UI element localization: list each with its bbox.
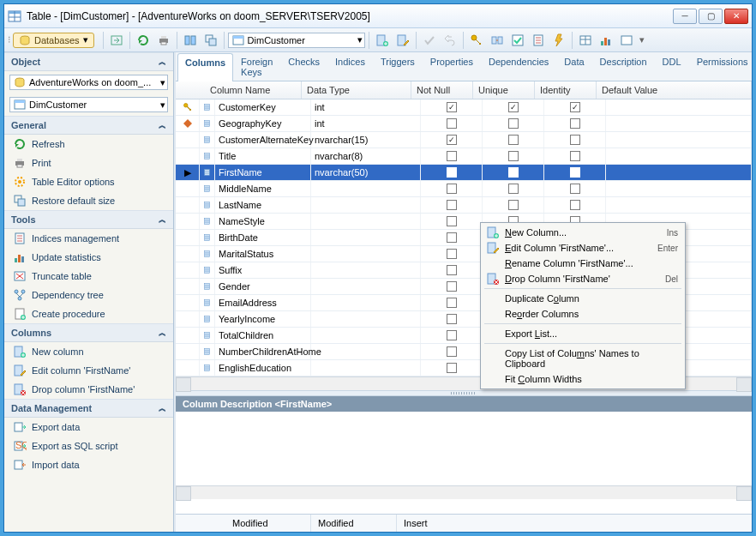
sidebar-item-stats[interactable]: Update statistics bbox=[4, 248, 173, 267]
sidebar-item-print[interactable]: Print bbox=[4, 154, 173, 172]
refresh-button[interactable] bbox=[134, 31, 153, 50]
sidebar-item-restore[interactable]: Restore default size bbox=[4, 191, 173, 210]
menu-item[interactable]: Drop Column 'FirstName'Del bbox=[483, 271, 683, 286]
edit-col-button[interactable] bbox=[393, 31, 412, 50]
table-row[interactable]: CustomerAlternateKeynvarchar(15)✓ bbox=[176, 132, 752, 148]
svg-point-35 bbox=[18, 180, 21, 184]
sidebar-item-indices[interactable]: Indices management bbox=[4, 229, 173, 248]
tab-dependencies[interactable]: Dependencies bbox=[481, 52, 556, 81]
svg-rect-41 bbox=[21, 256, 24, 262]
sidebar-item-proc[interactable]: Create procedure bbox=[4, 304, 173, 323]
menu-item[interactable]: Duplicate Column bbox=[483, 291, 683, 306]
svg-rect-53 bbox=[15, 423, 22, 431]
undo-button[interactable] bbox=[441, 31, 459, 50]
trigger-button[interactable] bbox=[549, 31, 568, 50]
menu-item[interactable]: New Column...Ins bbox=[483, 225, 683, 240]
more-button[interactable] bbox=[617, 31, 636, 50]
maximize-button[interactable]: ▢ bbox=[699, 9, 723, 24]
close-button[interactable]: ✕ bbox=[724, 9, 748, 24]
menu-item[interactable]: Edit Column 'FirstName'...Enter bbox=[483, 240, 683, 256]
context-menu: New Column...InsEdit Column 'FirstName'.… bbox=[480, 222, 686, 389]
sidebar-item-export-sql[interactable]: SQLExport as SQL script bbox=[4, 437, 173, 455]
window-title: Table - [DimCustomer] - [AdventureWorks … bbox=[27, 10, 673, 22]
sidebar-item-truncate[interactable]: Truncate table bbox=[4, 267, 173, 286]
commit-button[interactable] bbox=[420, 31, 439, 50]
tab-ddl[interactable]: DDL bbox=[655, 52, 689, 81]
app-window: Table - [DimCustomer] - [AdventureWorks … bbox=[3, 3, 753, 533]
check-button[interactable] bbox=[508, 31, 527, 50]
table-combo[interactable]: DimCustomer▾ bbox=[9, 97, 168, 112]
tab-triggers[interactable]: Triggers bbox=[373, 52, 423, 81]
h-scrollbar-desc[interactable] bbox=[176, 485, 752, 499]
chevron-down-icon[interactable]: ▾ bbox=[638, 34, 646, 45]
table-row[interactable]: ▶FirstNamenvarchar(50) bbox=[176, 165, 752, 181]
description-body[interactable] bbox=[176, 412, 752, 485]
splitter[interactable] bbox=[176, 390, 752, 396]
edit-col-icon bbox=[486, 241, 500, 255]
menu-item[interactable]: Rename Column 'FirstName'... bbox=[483, 256, 683, 271]
svg-rect-19 bbox=[492, 37, 496, 44]
column-icon bbox=[200, 279, 215, 294]
svg-rect-8 bbox=[161, 42, 166, 45]
drop-col-icon bbox=[486, 272, 500, 286]
table-select[interactable]: DimCustomer ▾ bbox=[228, 33, 365, 48]
table-row[interactable]: LastName bbox=[176, 197, 752, 214]
sidebar-item-refresh[interactable]: Refresh bbox=[4, 135, 173, 154]
svg-rect-25 bbox=[604, 38, 607, 45]
restore-button[interactable] bbox=[201, 31, 220, 50]
databases-dropdown[interactable]: Databases ▾ bbox=[13, 33, 94, 48]
tab-foreign-keys[interactable]: Foreign Keys bbox=[233, 52, 280, 81]
tab-columns[interactable]: Columns bbox=[177, 53, 233, 81]
table-row[interactable]: Titlenvarchar(8) bbox=[176, 148, 752, 165]
svg-rect-21 bbox=[513, 35, 523, 45]
key-button[interactable] bbox=[467, 31, 486, 50]
menu-item[interactable]: Copy List of Columns' Names to Clipboard bbox=[483, 346, 683, 371]
svg-rect-64 bbox=[205, 137, 210, 143]
svg-rect-70 bbox=[205, 170, 210, 176]
column-icon bbox=[200, 148, 215, 164]
tab-data[interactable]: Data bbox=[556, 52, 591, 81]
sidebar-item-export[interactable]: Export data bbox=[4, 418, 173, 437]
menu-item[interactable]: Reorder Columns bbox=[483, 306, 683, 322]
table-row[interactable]: CustomerKeyint✓✓✓ bbox=[176, 99, 752, 116]
sidebar-item-deptree[interactable]: Dependency tree bbox=[4, 286, 173, 304]
print-button[interactable] bbox=[154, 31, 173, 50]
stats-button[interactable] bbox=[597, 31, 615, 50]
data-heading[interactable]: Data Management bbox=[4, 399, 173, 418]
svg-point-43 bbox=[15, 290, 18, 293]
svg-rect-14 bbox=[233, 36, 243, 39]
menu-item[interactable]: Fit Column Widths bbox=[483, 371, 683, 387]
tab-indices[interactable]: Indices bbox=[327, 52, 373, 81]
sidebar-item-drop-col[interactable]: Drop column 'FirstName' bbox=[4, 380, 173, 399]
tab-description[interactable]: Description bbox=[592, 52, 655, 81]
fk-button[interactable] bbox=[488, 31, 507, 50]
minimize-button[interactable]: ─ bbox=[673, 9, 697, 24]
tab-properties[interactable]: Properties bbox=[423, 52, 481, 81]
sidebar-item-import[interactable]: Import data bbox=[4, 455, 173, 474]
general-heading[interactable]: General bbox=[4, 116, 173, 135]
columns-heading[interactable]: Columns bbox=[4, 323, 173, 342]
table-row[interactable]: MiddleName bbox=[176, 181, 752, 197]
db-combo[interactable]: AdventureWorks on doom_...▾ bbox=[9, 75, 168, 90]
column-icon bbox=[200, 165, 215, 180]
nav-button[interactable] bbox=[107, 31, 126, 50]
database-icon bbox=[19, 34, 31, 46]
view-button[interactable] bbox=[181, 31, 200, 50]
new-col-button[interactable] bbox=[373, 31, 392, 50]
svg-rect-85 bbox=[205, 251, 210, 257]
main-toolbar: ⁝ Databases ▾ DimCustomer ▾ bbox=[4, 28, 752, 52]
svg-rect-39 bbox=[15, 258, 17, 262]
table-row[interactable]: GeographyKeyint bbox=[176, 116, 752, 132]
column-icon bbox=[200, 99, 215, 115]
grid-button[interactable] bbox=[576, 31, 595, 50]
column-icon bbox=[200, 132, 215, 148]
sidebar-item-options[interactable]: Table Editor options bbox=[4, 172, 173, 191]
svg-rect-67 bbox=[205, 154, 210, 160]
menu-item[interactable]: Export List... bbox=[483, 326, 683, 341]
index-button[interactable] bbox=[529, 31, 548, 50]
sidebar-item-edit-col[interactable]: Edit column 'FirstName' bbox=[4, 361, 173, 380]
tab-checks[interactable]: Checks bbox=[280, 52, 327, 81]
tools-heading[interactable]: Tools bbox=[4, 210, 173, 229]
sidebar-item-new-col[interactable]: New column bbox=[4, 342, 173, 361]
tab-permissions[interactable]: Permissions bbox=[689, 52, 756, 81]
